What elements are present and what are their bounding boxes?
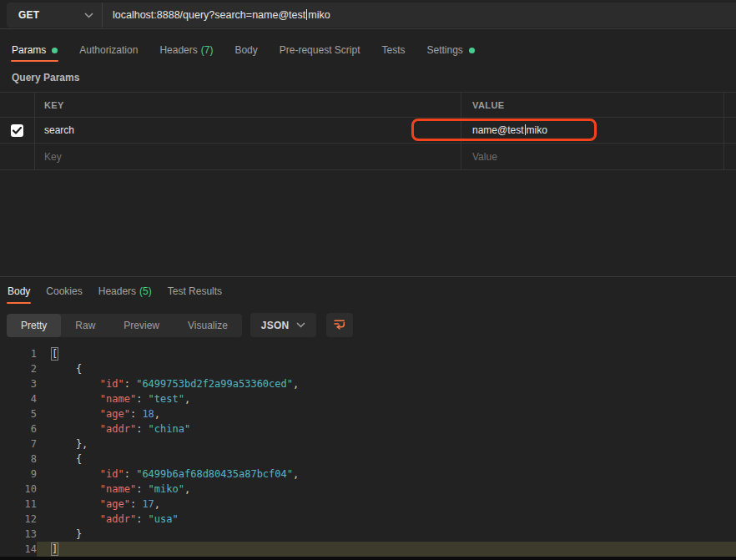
view-preview-button[interactable]: Preview bbox=[109, 314, 174, 337]
tab-pre-request-script-label: Pre-request Script bbox=[280, 44, 360, 56]
view-visualize-button[interactable]: Visualize bbox=[174, 314, 242, 337]
line-number: 9 bbox=[0, 467, 37, 482]
params-header-row: KEY VALUE bbox=[0, 93, 736, 118]
response-toolbar: Pretty Raw Preview Visualize JSON bbox=[7, 313, 353, 337]
code-line: 11 "age": 17, bbox=[0, 497, 736, 512]
line-number: 11 bbox=[0, 497, 37, 512]
code-line-content: { bbox=[37, 452, 736, 467]
line-number: 5 bbox=[0, 406, 37, 421]
tab-pre-request-script[interactable]: Pre-request Script bbox=[280, 44, 360, 56]
params-status-dot bbox=[52, 48, 58, 53]
code-line-content: "id": "6499753bd2f2a99a53360ced", bbox=[37, 376, 736, 391]
param-value-input[interactable]: name@testmiko bbox=[472, 124, 547, 136]
param-row-empty: Key Value bbox=[0, 144, 736, 170]
tab-authorization-label: Authorization bbox=[79, 44, 138, 56]
value-column-header: VALUE bbox=[472, 100, 504, 110]
response-tab-headers[interactable]: Headers (5) bbox=[98, 285, 152, 297]
line-number: 3 bbox=[0, 376, 37, 391]
code-line: 14] bbox=[0, 542, 736, 557]
response-tab-cookies[interactable]: Cookies bbox=[46, 285, 82, 297]
tab-settings-label: Settings bbox=[427, 44, 463, 56]
code-line: 5 "age": 18, bbox=[0, 406, 736, 421]
response-tab-cookies-label: Cookies bbox=[46, 285, 82, 297]
query-params-title: Query Params bbox=[12, 72, 79, 83]
active-tab-underline bbox=[11, 60, 58, 62]
tab-params[interactable]: Params bbox=[12, 44, 58, 56]
settings-status-dot bbox=[469, 48, 475, 53]
code-line-content: "name": "miko", bbox=[37, 482, 736, 497]
param-value-after-caret: miko bbox=[527, 124, 547, 136]
code-line: 7 }, bbox=[0, 436, 736, 452]
code-line-content: "age": 18, bbox=[37, 406, 736, 421]
tab-tests-label: Tests bbox=[381, 44, 405, 56]
view-switcher: Pretty Raw Preview Visualize bbox=[7, 314, 242, 337]
topbar-divider bbox=[0, 28, 736, 29]
tab-tests[interactable]: Tests bbox=[381, 44, 405, 56]
postman-window: { "request": { "method": "GET", "url_pre… bbox=[0, 0, 736, 560]
format-selector[interactable]: JSON bbox=[250, 313, 316, 337]
code-line-content: "name": "test", bbox=[37, 391, 736, 406]
tab-params-label: Params bbox=[12, 44, 46, 56]
bottom-edge-strip bbox=[0, 557, 736, 560]
code-line: 13 } bbox=[0, 527, 736, 542]
code-line: 12 "addr": "usa" bbox=[0, 512, 736, 527]
response-pane-divider bbox=[0, 276, 736, 277]
key-column-header: KEY bbox=[44, 100, 64, 110]
code-line-content: "addr": "usa" bbox=[37, 512, 736, 527]
new-value-input[interactable]: Value bbox=[472, 151, 497, 163]
active-response-tab-underline bbox=[7, 302, 31, 304]
response-tab-body[interactable]: Body bbox=[8, 285, 30, 297]
view-raw-button[interactable]: Raw bbox=[61, 314, 109, 337]
line-number: 13 bbox=[0, 527, 37, 542]
response-tabs: Body Cookies Headers (5) Test Results bbox=[8, 285, 222, 297]
code-line: 8 { bbox=[0, 452, 736, 467]
line-number: 14 bbox=[0, 542, 37, 557]
chevron-down-icon bbox=[296, 322, 305, 328]
code-line-content: "id": "6499b6af68d80435a87bcf04", bbox=[37, 467, 736, 482]
url-input[interactable]: localhost:8888/query?search=name@testmik… bbox=[103, 9, 736, 21]
line-number: 4 bbox=[0, 391, 37, 406]
line-number: 10 bbox=[0, 482, 37, 497]
request-tabs: Params Authorization Headers (7) Body Pr… bbox=[12, 44, 475, 56]
code-line-content: "addr": "china" bbox=[37, 421, 736, 436]
new-key-input[interactable]: Key bbox=[44, 151, 62, 163]
wrap-lines-button[interactable] bbox=[326, 313, 353, 337]
method-selector[interactable]: GET bbox=[7, 3, 102, 28]
code-line-content: [ bbox=[37, 346, 736, 361]
code-line-content: }, bbox=[37, 436, 736, 452]
code-line: 9 "id": "6499b6af68d80435a87bcf04", bbox=[0, 467, 736, 482]
tab-headers[interactable]: Headers (7) bbox=[159, 44, 213, 56]
query-params-table: KEY VALUE search name@testmiko Key Value bbox=[0, 92, 736, 170]
code-line: 6 "addr": "china" bbox=[0, 421, 736, 436]
text-caret bbox=[525, 124, 526, 135]
chevron-down-icon bbox=[84, 13, 93, 18]
line-number: 6 bbox=[0, 421, 37, 436]
wrap-lines-icon bbox=[332, 316, 347, 335]
code-line-content: { bbox=[37, 361, 736, 376]
code-line-content: "age": 17, bbox=[37, 497, 736, 512]
response-tab-headers-label: Headers bbox=[98, 285, 136, 297]
tab-headers-label: Headers bbox=[159, 44, 197, 56]
response-tab-test-results-label: Test Results bbox=[168, 285, 222, 297]
line-number: 8 bbox=[0, 452, 37, 467]
line-number: 12 bbox=[0, 512, 37, 527]
url-bar: GET localhost:8888/query?search=name@tes… bbox=[7, 3, 736, 28]
response-tab-body-label: Body bbox=[8, 285, 30, 297]
code-lines: 1[2 {3 "id": "6499753bd2f2a99a53360ced",… bbox=[0, 346, 736, 557]
param-key-input[interactable]: search bbox=[44, 124, 74, 136]
response-body-editor[interactable]: 1[2 {3 "id": "6499753bd2f2a99a53360ced",… bbox=[0, 346, 736, 557]
tab-authorization[interactable]: Authorization bbox=[79, 44, 138, 56]
view-pretty-button[interactable]: Pretty bbox=[7, 314, 61, 337]
code-line: 2 { bbox=[0, 361, 736, 376]
line-number: 7 bbox=[0, 436, 37, 452]
url-text-after-caret: miko bbox=[308, 9, 330, 21]
tab-body[interactable]: Body bbox=[234, 44, 257, 56]
line-number: 2 bbox=[0, 361, 37, 376]
tab-settings[interactable]: Settings bbox=[427, 44, 475, 56]
code-line-content: } bbox=[37, 527, 736, 542]
code-line-content: ] bbox=[37, 542, 736, 557]
param-enabled-checkbox[interactable] bbox=[11, 124, 23, 137]
response-tab-test-results[interactable]: Test Results bbox=[168, 285, 222, 297]
param-value-before-caret: name@test bbox=[472, 124, 524, 136]
response-headers-count: (5) bbox=[139, 285, 152, 297]
